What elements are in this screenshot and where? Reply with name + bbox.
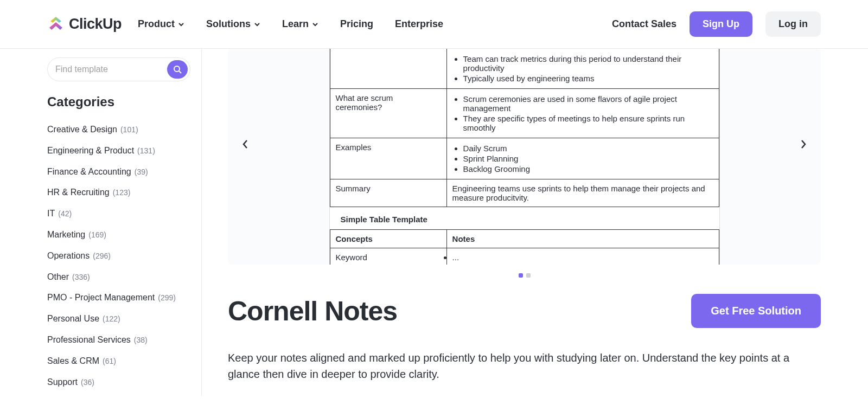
pagination-dot[interactable] [519, 273, 523, 278]
nav-enterprise[interactable]: Enterprise [395, 18, 443, 30]
signup-button[interactable]: Sign Up [690, 11, 752, 37]
category-item[interactable]: IT(42) [47, 203, 190, 224]
main-content: Team can track metrics during this perio… [202, 49, 821, 396]
search-icon [173, 65, 182, 74]
nav-product[interactable]: Product [138, 18, 184, 30]
categories-heading: Categories [47, 94, 190, 110]
get-free-solution-button[interactable]: Get Free Solution [691, 294, 821, 328]
pagination-dot[interactable] [526, 273, 531, 278]
chevron-down-icon [312, 21, 318, 28]
category-item[interactable]: HR & Recruiting(123) [47, 182, 190, 203]
cornell-notes-table: Team can track metrics during this perio… [330, 49, 719, 207]
chevron-right-icon [800, 139, 807, 149]
chevron-down-icon [178, 21, 184, 28]
template-carousel: Team can track metrics during this perio… [228, 49, 821, 265]
logo[interactable]: ClickUp [47, 16, 122, 33]
category-item[interactable]: Engineering & Product(131) [47, 140, 190, 162]
header-actions: Contact Sales Sign Up Log in [612, 11, 821, 37]
category-item[interactable]: Other(336) [47, 267, 190, 288]
table-row: ConceptsNotes [330, 230, 719, 248]
simple-table: ConceptsNotes Keyword... [330, 229, 719, 265]
category-item[interactable]: Operations(296) [47, 246, 190, 267]
table-row: Keyword... [330, 248, 719, 265]
carousel-next-button[interactable] [795, 136, 812, 153]
page-title: Cornell Notes [228, 295, 397, 327]
chevron-left-icon [242, 139, 248, 149]
site-header: ClickUp Product Solutions Learn Pricing … [0, 0, 868, 49]
search-input[interactable] [55, 65, 164, 74]
category-item[interactable]: Marketing(169) [47, 224, 190, 246]
login-button[interactable]: Log in [765, 11, 821, 37]
search-button[interactable] [167, 60, 188, 79]
table-row: What are scrum ceremonies? Scrum ceremon… [330, 89, 719, 138]
chevron-down-icon [254, 21, 260, 28]
category-item[interactable]: Professional Services(38) [47, 330, 190, 351]
category-item[interactable]: Finance & Accounting(39) [47, 162, 190, 183]
nav-solutions[interactable]: Solutions [206, 18, 260, 30]
title-row: Cornell Notes Get Free Solution [228, 294, 821, 328]
carousel-pagination [228, 265, 821, 286]
table-row: Summary Engineering teams use sprints to… [330, 179, 719, 207]
category-list: Creative & Design(101) Engineering & Pro… [47, 119, 190, 393]
simple-table-title: Simple Table Template [330, 207, 719, 229]
logo-text: ClickUp [69, 16, 122, 33]
category-item[interactable]: Creative & Design(101) [47, 119, 190, 140]
sidebar: Categories Creative & Design(101) Engine… [47, 49, 202, 396]
contact-sales-link[interactable]: Contact Sales [612, 18, 676, 30]
main-nav: Product Solutions Learn Pricing Enterpri… [138, 18, 612, 30]
table-row: Examples Daily ScrumSprint PlanningBackl… [330, 138, 719, 179]
category-item[interactable]: Support(36) [47, 372, 190, 393]
category-item[interactable]: Sales & CRM(61) [47, 351, 190, 372]
search-container [47, 57, 190, 81]
nav-pricing[interactable]: Pricing [340, 18, 373, 30]
nav-learn[interactable]: Learn [282, 18, 318, 30]
template-preview: Team can track metrics during this perio… [329, 49, 720, 265]
svg-line-1 [179, 71, 181, 73]
template-description: Keep your notes aligned and marked up pr… [228, 350, 808, 382]
svg-point-0 [174, 66, 180, 72]
carousel-prev-button[interactable] [237, 136, 254, 153]
logo-icon [47, 16, 65, 33]
category-item[interactable]: Personal Use(122) [47, 308, 190, 330]
table-row: Team can track metrics during this perio… [330, 49, 719, 89]
category-item[interactable]: PMO - Project Management(299) [47, 287, 190, 308]
